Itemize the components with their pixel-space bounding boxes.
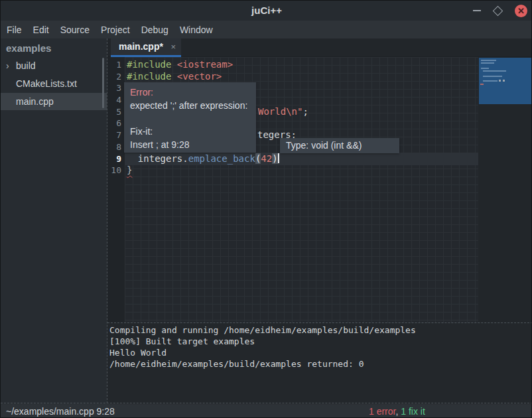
menu-debug[interactable]: Debug xyxy=(141,25,168,35)
title-bar[interactable]: juCi++ ✕ xyxy=(1,1,532,21)
include-directive: #include xyxy=(127,59,177,70)
minimap-code-line xyxy=(481,62,494,64)
minimap-bracket-mark xyxy=(503,80,505,82)
code-line-2: #include <vector> xyxy=(127,71,222,83)
window-controls: ✕ xyxy=(473,1,527,21)
menu-window[interactable]: Window xyxy=(180,25,213,35)
closing-brace-error: } xyxy=(127,165,132,175)
semicolon: ; xyxy=(302,106,308,117)
line-number: 4 xyxy=(95,94,121,106)
line-number: 2 xyxy=(95,71,121,83)
tab-close-icon[interactable]: × xyxy=(170,38,176,55)
minimap-bracket-mark xyxy=(499,80,501,82)
header-name: <vector> xyxy=(177,71,222,82)
sidebar-item-cmakelists[interactable]: CMakeLists.txt xyxy=(1,75,107,92)
line-number: 6 xyxy=(95,117,121,129)
status-bar: ~/examples/main.cpp 9:28 1 error, 1 fix … xyxy=(1,404,532,418)
header-name: <iostream> xyxy=(177,59,233,70)
sidebar-item-label: build xyxy=(16,57,36,74)
text-cursor xyxy=(278,153,279,163)
code-line-1: #include <iostream> xyxy=(127,59,233,71)
type-tooltip-text: Type: void (int &&) xyxy=(286,140,362,151)
line-number-current: 9 xyxy=(95,153,121,165)
sidebar-item-label: CMakeLists.txt xyxy=(16,75,77,92)
terminal-line: Compiling and running /home/eidheim/exam… xyxy=(109,324,416,336)
sidebar-item-build[interactable]: › build xyxy=(1,57,107,74)
minimize-icon[interactable] xyxy=(473,10,481,11)
error-tooltip: Error: expected ';' after expression: Fi… xyxy=(124,82,256,153)
tooltip-spacer xyxy=(130,112,250,125)
menu-file[interactable]: File xyxy=(7,25,22,35)
line-number: 1 xyxy=(95,59,121,71)
string-literal: World\n" xyxy=(258,106,302,117)
terminal-line: /home/eidheim/examples/build/examples re… xyxy=(109,358,364,370)
sidebar-item-maincpp[interactable]: main.cpp xyxy=(1,93,107,110)
minimap-error-mark xyxy=(480,84,484,85)
menu-edit[interactable]: Edit xyxy=(33,25,49,35)
tab-maincpp[interactable]: main.cpp* × xyxy=(111,38,181,57)
close-paren-highlight: ) xyxy=(272,153,277,164)
number-literal: 42 xyxy=(261,153,272,164)
chevron-right-icon: › xyxy=(6,57,9,74)
include-directive: #include xyxy=(127,71,177,82)
code-line-10: } xyxy=(127,165,132,176)
terminal-line: Hello World xyxy=(109,347,166,358)
fixit-title: Fix-it: xyxy=(130,125,250,138)
line-number-gutter: 1 2 3 4 5 6 7 8 9 10 xyxy=(107,57,125,323)
type-tooltip: Type: void (int &&) xyxy=(280,138,399,153)
minimap-code-line xyxy=(483,80,498,82)
menu-bar: File Edit Source Project Debug Window xyxy=(1,21,532,38)
minimap-code-line xyxy=(483,70,506,72)
project-name-label: examples xyxy=(6,40,99,56)
status-file-position: ~/examples/main.cpp 9:28 xyxy=(6,404,115,418)
error-tooltip-title: Error: xyxy=(130,86,250,99)
window-title: juCi++ xyxy=(1,1,532,21)
line-number: 8 xyxy=(95,141,121,153)
minimap-code-line xyxy=(481,68,489,69)
menu-project[interactable]: Project xyxy=(101,25,130,35)
line-number: 5 xyxy=(95,106,121,118)
line-number: 10 xyxy=(95,165,121,176)
code-line-5-fragment: World\n"; xyxy=(258,106,308,118)
terminal-panel[interactable]: Compiling and running /home/eidheim/exam… xyxy=(107,323,532,404)
minimap-code-line xyxy=(481,60,496,61)
juci-window: juCi++ ✕ File Edit Source Project Debug … xyxy=(0,0,532,418)
statusbar-separator xyxy=(1,403,532,403)
menu-source[interactable]: Source xyxy=(60,25,90,35)
status-diagnostics: 1 error, 1 fix it xyxy=(369,404,425,418)
code-line-9: integers.emplace_back(42) xyxy=(127,153,279,165)
object-expression: integers. xyxy=(127,153,188,164)
close-icon[interactable]: ✕ xyxy=(515,5,527,17)
error-tooltip-message: expected ';' after expression: xyxy=(130,99,250,112)
function-name: emplace_back xyxy=(188,153,255,164)
sidebar-item-label: main.cpp xyxy=(16,93,54,110)
tab-label: main.cpp* xyxy=(119,38,163,55)
paned-separator-terminal[interactable] xyxy=(107,322,532,323)
status-fixit-count: 1 fix it xyxy=(401,406,425,417)
fixit-text: Insert ; at 9:28 xyxy=(130,138,250,151)
paned-separator-vertical[interactable] xyxy=(107,38,107,403)
status-error-count: 1 error xyxy=(369,406,395,417)
minimap-viewport[interactable] xyxy=(479,58,532,104)
restore-icon[interactable] xyxy=(493,5,503,16)
line-number: 3 xyxy=(95,82,121,94)
minimap-code-line xyxy=(483,76,502,77)
line-number: 7 xyxy=(95,129,121,141)
terminal-line: [100%] Built target examples xyxy=(109,336,255,347)
